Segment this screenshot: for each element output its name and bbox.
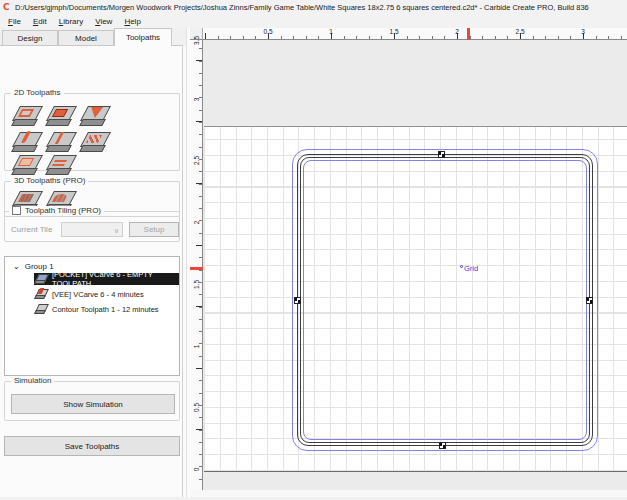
toolpath-item-label: [POCKET] VCarve 6 - EMPTY TOOLPATH	[52, 270, 180, 288]
tab-toolpaths[interactable]: Toolpaths	[114, 28, 172, 46]
hruler-tick-label: 2.5	[515, 28, 524, 35]
toolpath-list: ⌄ Group 1 [POCKET] VCarve 6 - EMPTY TOOL…	[4, 256, 180, 376]
horizontal-ruler: 0.5 1 1.5 2 2.5 3	[203, 28, 627, 40]
node-marker-bottom[interactable]	[439, 442, 446, 449]
group-2d-toolpaths: 2D Toolpaths	[4, 93, 180, 171]
grid-layer-text: Grid	[464, 264, 478, 273]
drill-toolpath-icon[interactable]	[11, 131, 41, 153]
group-simulation: Simulation Show Simulation	[4, 381, 180, 421]
node-marker-right[interactable]	[586, 297, 593, 304]
pocket-toolpath-item-icon	[34, 274, 48, 284]
group-expand-chevron-icon[interactable]: ⌄	[13, 262, 20, 271]
current-tile-select[interactable]: ∨	[61, 222, 123, 237]
vruler-tick-label: 2.5	[193, 156, 200, 166]
chevron-down-icon: ∨	[114, 227, 119, 235]
toolpath-item-label: Contour Toolpath 1 - 12 minutes	[52, 305, 159, 314]
menu-library[interactable]: Library	[53, 15, 89, 28]
grid-layer-label: Grid	[460, 264, 478, 273]
group-3d-toolpaths-label: 3D Toolpaths (PRO)	[11, 176, 88, 185]
vruler-tick-label: 1	[193, 342, 200, 352]
toolpath-item-vee-vcarve6[interactable]: [VEE] VCarve 6 - 4 minutes	[34, 288, 180, 300]
node-marker-left[interactable]	[294, 297, 301, 304]
left-panel: Design Model Toolpaths 2D Toolpaths 3D T…	[0, 28, 186, 497]
vcarve-toolpath-icon[interactable]	[79, 105, 109, 127]
menu-file[interactable]: File	[2, 15, 27, 28]
menu-edit[interactable]: Edit	[27, 15, 53, 28]
hruler-tick-label: 0.5	[263, 28, 272, 35]
wave-toolpath-icon[interactable]	[45, 154, 75, 176]
tiling-checkbox[interactable]	[12, 206, 21, 215]
toolpath-group-row[interactable]: ⌄ Group 1	[13, 262, 54, 271]
setup-button[interactable]: Setup	[129, 222, 179, 237]
offset-pocket-toolpath-icon[interactable]	[11, 154, 41, 176]
vruler-tick-label: 3.5	[193, 36, 200, 46]
toolpath-item-contour1[interactable]: Contour Toolpath 1 - 12 minutes	[34, 303, 180, 315]
tab-design[interactable]: Design	[2, 30, 58, 46]
vee-toolpath-item-icon	[34, 289, 48, 299]
contour-toolpath-item-icon	[34, 304, 48, 314]
save-toolpaths-button[interactable]: Save Toolpaths	[4, 436, 180, 456]
design-viewport[interactable]: Grid	[203, 40, 627, 490]
show-simulation-button[interactable]: Show Simulation	[11, 394, 175, 414]
texture-toolpath-icon[interactable]	[79, 131, 109, 153]
group-2d-toolpaths-label: 2D Toolpaths	[11, 88, 64, 97]
toolpaths-panel: 2D Toolpaths 3D Toolpaths (PRO) Toolpath…	[0, 45, 183, 497]
cursor-position-marker-h	[467, 28, 470, 40]
hruler-tick-label: 1.5	[389, 28, 398, 35]
hruler-tick-label: 1	[329, 28, 333, 35]
title-bar: C D:/Users/gjmph/Documents/Morgen Woodwo…	[0, 0, 627, 14]
window-title: D:/Users/gjmph/Documents/Morgen Woodwork…	[15, 3, 589, 12]
vruler-tick-label: 3	[193, 95, 200, 105]
tiling-label: Toolpath Tiling (PRO)	[25, 206, 101, 215]
current-tile-label: Current Tile	[11, 225, 52, 234]
tab-model[interactable]: Model	[58, 30, 114, 46]
simulation-label: Simulation	[11, 376, 54, 385]
group-toolpath-tiling: Toolpath Tiling (PRO) Current Tile ∨ Set…	[4, 211, 180, 242]
app-logo-icon: C	[3, 3, 12, 12]
toolpath-item-pocket-vcarve6[interactable]: [POCKET] VCarve 6 - EMPTY TOOLPATH	[34, 273, 180, 285]
menu-help[interactable]: Help	[118, 15, 146, 28]
vruler-tick-label: 0.5	[193, 403, 200, 413]
pocket-toolpath-icon[interactable]	[45, 105, 75, 127]
vruler-tick-label: 0	[193, 465, 200, 475]
cursor-position-marker-v	[190, 267, 203, 270]
toolpath-group-label: Group 1	[25, 262, 54, 271]
hruler-tick-label: 2	[455, 28, 459, 35]
toolpath-offset-inner-vector[interactable]	[303, 160, 587, 440]
node-marker-top[interactable]	[438, 151, 445, 158]
menu-bar: File Edit Library View Help	[0, 14, 627, 28]
tiling-header: Toolpath Tiling (PRO)	[9, 206, 104, 215]
hruler-tick-label: 3	[581, 28, 585, 35]
contour-toolpath-icon[interactable]	[11, 105, 41, 127]
tab-bar: Design Model Toolpaths	[0, 28, 186, 46]
vertical-ruler: 3.5 3 2.5 2 1.5 1 0.5 0	[190, 40, 203, 490]
vruler-tick-label: 2	[193, 218, 200, 228]
grid-origin-dot-icon	[460, 265, 463, 268]
canvas-area: 0.5 1 1.5 2 2.5 3 3.5 3 2.5 2 1.5 1 0.5 …	[190, 28, 627, 497]
advanced-vcarve-toolpath-icon[interactable]	[45, 131, 75, 153]
vruler-tick-label: 1.5	[193, 280, 200, 290]
toolpath-item-label: [VEE] VCarve 6 - 4 minutes	[52, 290, 144, 299]
menu-view[interactable]: View	[89, 15, 118, 28]
